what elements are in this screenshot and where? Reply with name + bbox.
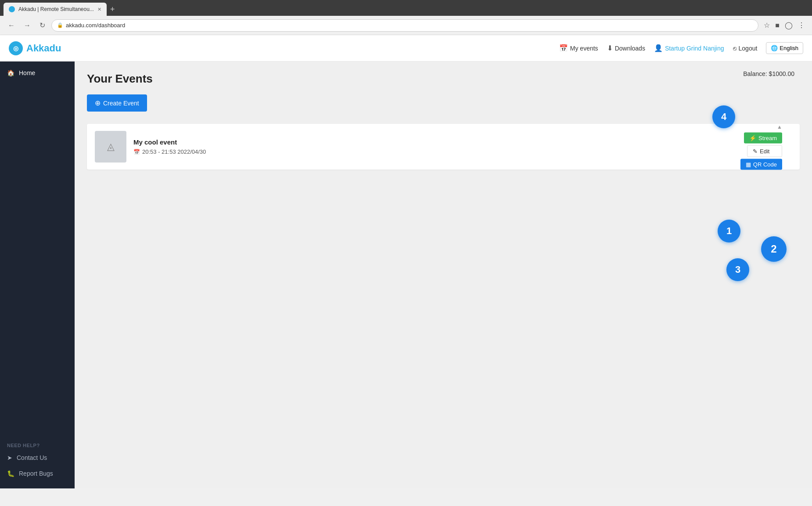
report-icon: 🐛 [7,470,14,477]
event-row: ◬ My cool event 📅 20:53 - 21:53 2022/04/… [87,124,800,170]
sidebar-home-label: Home [19,69,35,76]
user-icon: 👤 [654,44,663,52]
qrcode-icon: ▦ [746,161,751,168]
page-title: Your Events [87,72,800,86]
logout-label: Logout [739,45,758,52]
language-icon: 🌐 [771,45,778,51]
download-icon: ⬇ [607,44,613,52]
create-event-label: Create Event [103,100,139,107]
event-name: My cool event [133,138,792,146]
create-event-btn[interactable]: ⊕ Create Event [87,94,147,112]
my-events-link[interactable]: 📅 My events [559,44,598,52]
edit-icon: ✎ [753,148,758,155]
home-icon: 🏠 [7,69,14,76]
reload-btn[interactable]: ↻ [37,19,48,31]
sidebar-item-report[interactable]: 🐛 Report Bugs [0,466,75,481]
forward-btn[interactable]: → [21,20,33,31]
lock-icon: 🔒 [57,22,63,28]
annotation-3: 3 [726,258,749,281]
clock-icon: 📅 [133,149,140,155]
qrcode-label: QR Code [753,161,777,168]
downloads-link[interactable]: ⬇ Downloads [607,44,645,52]
nav-links: 📅 My events ⬇ Downloads 👤 Startup Grind … [559,42,803,54]
contact-icon: ➤ [7,454,12,461]
stream-label: Stream [758,135,777,141]
balance-label-text: Balance: [743,70,767,77]
sidebar-report-label: Report Bugs [19,470,53,477]
top-nav: ◎ Akkadu 📅 My events ⬇ Downloads 👤 Start… [0,35,812,61]
annotation-2: 2 [761,236,787,262]
edit-label: Edit [760,148,769,155]
logo[interactable]: ◎ Akkadu [9,41,61,55]
app: ◎ Akkadu 📅 My events ⬇ Downloads 👤 Start… [0,35,812,488]
browser-toolbar: ← → ↻ 🔒 akkadu.com/dashboard ☆ ■ ◯ ⋮ [0,16,812,35]
event-toggle[interactable]: ▲ [777,124,782,130]
event-info: My cool event 📅 20:53 - 21:53 2022/04/30 [133,138,792,155]
events-list: ◬ My cool event 📅 20:53 - 21:53 2022/04/… [87,124,800,170]
sidebar: 🏠 Home NEED HELP? ➤ Contact Us 🐛 Report … [0,61,75,488]
downloads-label: Downloads [615,45,645,52]
sidebar-item-contact[interactable]: ➤ Contact Us [0,450,75,466]
menu-btn[interactable]: ⋮ [796,19,807,31]
language-btn[interactable]: 🌐 English [766,42,803,54]
stream-icon: ⚡ [749,135,756,141]
balance-value: $1000.00 [769,70,794,77]
tab-title: Akkadu | Remote Simultaneou... [18,6,94,12]
balance-area: Balance: $1000.00 4 [743,70,794,77]
sidebar-item-home[interactable]: 🏠 Home [0,65,75,81]
edit-btn[interactable]: ✎ Edit [747,145,782,157]
content-area: Balance: $1000.00 4 Your Events ⊕ Create… [75,61,812,488]
logo-icon: ◎ [9,41,23,55]
thumbnail-icon: ◬ [107,141,115,152]
back-btn[interactable]: ← [5,20,18,31]
extensions-btn[interactable]: ■ [773,20,781,31]
tab-favicon [9,6,15,12]
logo-text: Akkadu [26,43,61,54]
profile-btn[interactable]: ◯ [783,19,794,31]
user-label: Startup Grind Nanjing [665,45,724,52]
annotation-4: 4 [712,105,735,128]
event-time-value: 20:53 - 21:53 2022/04/30 [142,148,206,155]
stream-btn[interactable]: ⚡ Stream [744,133,782,144]
browser-tab-bar: Akkadu | Remote Simultaneou... ✕ + [0,0,812,16]
tab-close-btn[interactable]: ✕ [97,7,101,12]
event-thumbnail: ◬ [95,131,126,163]
main-area: 🏠 Home NEED HELP? ➤ Contact Us 🐛 Report … [0,61,812,488]
logout-icon: ⎋ [733,45,737,52]
sidebar-bottom: NEED HELP? ➤ Contact Us 🐛 Report Bugs [0,439,75,488]
balance-label: Balance: $1000.00 [743,70,794,77]
event-actions: ▲ ⚡ Stream ✎ Edit ▦ QR Code [740,124,782,170]
address-bar[interactable]: 🔒 akkadu.com/dashboard [51,19,758,32]
add-icon: ⊕ [95,99,101,107]
annotation-1: 1 [718,220,740,242]
logout-link[interactable]: ⎋ Logout [733,45,758,52]
sidebar-contact-label: Contact Us [17,454,47,461]
bookmark-btn[interactable]: ☆ [762,19,772,31]
calendar-icon: 📅 [559,44,568,52]
user-link[interactable]: 👤 Startup Grind Nanjing [654,44,724,52]
url-text: akkadu.com/dashboard [66,22,125,29]
help-heading: NEED HELP? [0,439,75,450]
my-events-label: My events [570,45,598,52]
browser-actions: ☆ ■ ◯ ⋮ [762,19,807,31]
new-tab-btn[interactable]: + [107,5,119,14]
event-time: 📅 20:53 - 21:53 2022/04/30 [133,148,792,155]
active-tab[interactable]: Akkadu | Remote Simultaneou... ✕ [4,3,107,16]
qrcode-btn[interactable]: ▦ QR Code [740,159,782,170]
language-label: English [780,45,798,51]
